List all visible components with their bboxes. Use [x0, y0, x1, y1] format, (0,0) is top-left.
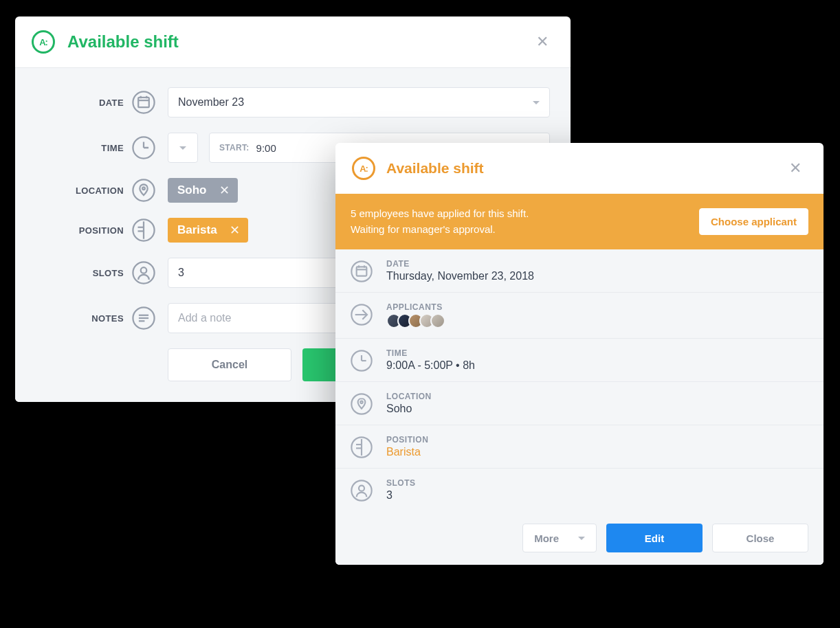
- modal-header: A: Available shift ✕: [335, 143, 824, 194]
- position-chip-label: Barista: [177, 223, 217, 237]
- more-button-label: More: [534, 532, 559, 544]
- cancel-button-label: Cancel: [212, 359, 247, 371]
- svg-point-0: [133, 91, 154, 113]
- position-label: POSITION: [36, 225, 124, 236]
- applicants-row: APPLICANTS: [335, 293, 824, 339]
- calendar-icon: [351, 260, 373, 282]
- pin-icon: [132, 179, 155, 202]
- date-select[interactable]: November 23: [168, 87, 550, 117]
- more-button[interactable]: More: [522, 524, 597, 552]
- time-label: TIME: [36, 143, 124, 153]
- time-type-select[interactable]: [168, 133, 198, 163]
- start-time-value: 9:00: [256, 142, 276, 154]
- app-logo-icon: A:: [352, 157, 375, 180]
- svg-point-9: [142, 187, 145, 190]
- person-icon: [351, 480, 373, 502]
- time-label: TIME: [386, 348, 475, 358]
- edit-button[interactable]: Edit: [606, 524, 703, 552]
- arrow-right-circle-icon: [351, 304, 373, 326]
- svg-point-12: [141, 267, 147, 273]
- svg-point-17: [351, 261, 371, 281]
- chevron-down-icon: [533, 101, 540, 104]
- applicant-avatars[interactable]: [386, 313, 445, 328]
- modal-footer: More Edit Close: [335, 511, 824, 565]
- svg-point-28: [360, 401, 362, 403]
- chevron-down-icon: [179, 146, 186, 150]
- remove-chip-icon[interactable]: ✕: [219, 183, 230, 198]
- remove-chip-icon[interactable]: ✕: [230, 223, 240, 238]
- close-icon[interactable]: ✕: [784, 157, 807, 180]
- banner-line1: 5 employees have applied for this shift.: [351, 206, 529, 222]
- location-value: Soho: [386, 403, 432, 415]
- modal-title: Available shift: [67, 32, 179, 52]
- close-button-label: Close: [747, 532, 775, 544]
- avatar[interactable]: [430, 313, 445, 328]
- choose-applicant-button[interactable]: Choose applicant: [699, 208, 808, 235]
- date-value: November 23: [178, 96, 244, 109]
- notes-label: NOTES: [36, 313, 124, 324]
- view-shift-modal: A: Available shift ✕ 5 employees have ap…: [335, 143, 824, 565]
- approval-banner: 5 employees have applied for this shift.…: [335, 194, 824, 249]
- slots-row: SLOTS 3: [335, 469, 824, 511]
- position-row: POSITION Barista: [335, 425, 824, 469]
- date-label: DATE: [36, 98, 124, 108]
- clock-icon: [132, 136, 155, 159]
- banner-text: 5 employees have applied for this shift.…: [351, 206, 529, 237]
- date-value: Thursday, November 23, 2018: [386, 270, 534, 282]
- calendar-icon: [132, 91, 155, 114]
- slots-value: 3: [386, 489, 416, 502]
- clock-icon: [351, 350, 373, 372]
- location-label: LOCATION: [386, 392, 432, 401]
- notes-icon: [132, 306, 155, 330]
- time-value: 9:00A - 5:00P • 8h: [386, 359, 475, 372]
- location-label: LOCATION: [36, 186, 124, 196]
- slots-value: 3: [178, 267, 184, 279]
- app-logo-icon: A:: [32, 30, 55, 54]
- svg-rect-1: [138, 98, 149, 107]
- date-row: DATE Thursday, November 23, 2018: [335, 249, 824, 293]
- edit-button-label: Edit: [645, 532, 664, 544]
- modal-title: Available shift: [386, 160, 484, 177]
- location-row: LOCATION Soho: [335, 382, 824, 425]
- position-chip[interactable]: Barista ✕: [168, 218, 248, 243]
- detail-list: DATE Thursday, November 23, 2018 APPLICA…: [335, 249, 824, 565]
- close-icon[interactable]: ✕: [531, 30, 554, 54]
- pin-icon: [351, 393, 373, 415]
- notes-placeholder: Add a note: [178, 312, 231, 324]
- banner-line2: Waiting for manager's approval.: [351, 222, 529, 238]
- position-value: Barista: [386, 446, 428, 458]
- applicants-label: APPLICANTS: [386, 302, 445, 312]
- slots-label: SLOTS: [386, 478, 416, 488]
- svg-point-31: [359, 486, 364, 491]
- time-row: TIME 9:00A - 5:00P • 8h: [335, 339, 824, 382]
- slots-label: SLOTS: [36, 268, 124, 278]
- svg-rect-18: [357, 267, 367, 276]
- close-button[interactable]: Close: [712, 524, 808, 552]
- chevron-down-icon: [578, 537, 585, 540]
- location-chip[interactable]: Soho ✕: [168, 178, 238, 203]
- modal-header: A: Available shift ✕: [15, 16, 571, 68]
- start-label: START:: [219, 143, 250, 153]
- position-icon: [351, 436, 373, 458]
- position-icon: [132, 218, 155, 242]
- cancel-button[interactable]: Cancel: [168, 348, 291, 381]
- position-label: POSITION: [386, 435, 428, 445]
- person-icon: [132, 261, 155, 284]
- choose-applicant-label: Choose applicant: [711, 216, 797, 227]
- location-chip-label: Soho: [177, 183, 207, 197]
- date-label: DATE: [386, 259, 534, 269]
